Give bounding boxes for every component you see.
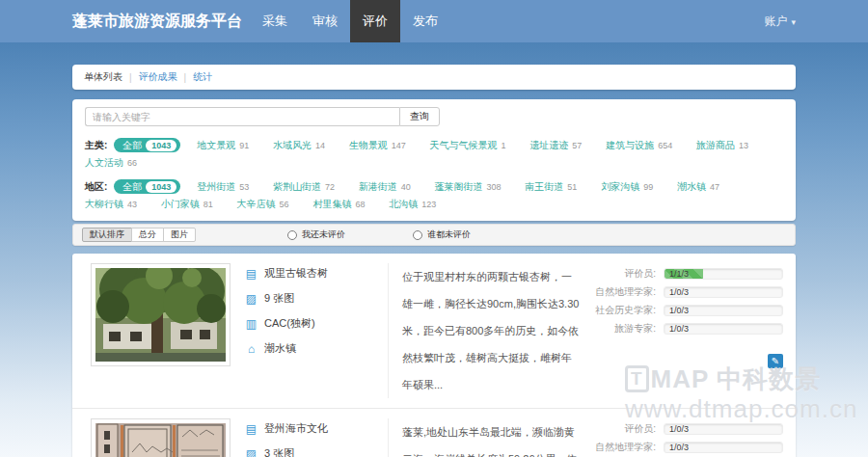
filter-chip[interactable]: 小门家镇81	[161, 196, 213, 213]
filter-chip[interactable]: 紫荆山街道72	[273, 178, 335, 196]
item-evaluations: 评价员: 1/0/3 自然地理学家: 1/0/3 社会历史学家: 1/0/3	[581, 418, 795, 457]
filter-chip[interactable]: 建筑与设施654	[606, 137, 672, 154]
filter-chip[interactable]: 登州街道53	[197, 178, 249, 196]
filter-all-pill[interactable]: 全部1043	[114, 179, 180, 194]
filter-chip-count: 68	[355, 200, 365, 209]
item-photo[interactable]	[91, 418, 231, 457]
item-photo-cell	[91, 263, 231, 398]
nav-item[interactable]: 评价	[350, 0, 400, 42]
filter-chip-name: 生物景观	[349, 140, 388, 150]
filter-chip[interactable]: 蓬莱阁街道308	[435, 178, 502, 196]
result-list: ▤观里古银杏树 ▨9 张图 ▥CAC(独树) ⌂潮水镇 位于观里村村东的两颗古银…	[72, 254, 796, 457]
filter-all-pill[interactable]: 全部1043	[114, 138, 180, 152]
filter-chip-name: 大柳行镇	[85, 199, 123, 209]
filter-chip-count: 123	[421, 200, 436, 209]
filter-chip-count: 1	[502, 141, 506, 150]
tab-link[interactable]: 统计	[193, 70, 212, 84]
item-photo[interactable]	[91, 263, 231, 366]
filter-chip-name: 村里集镇	[312, 199, 351, 209]
filter-chip-name: 地文景观	[197, 140, 235, 150]
filter-chip[interactable]: 村里集镇68	[312, 196, 365, 213]
tree-photo-graphic	[95, 268, 226, 362]
filter-chip-count: 13	[739, 141, 748, 150]
filter-chip[interactable]: 水域风光14	[273, 137, 325, 154]
filter-chip-name: 大辛店镇	[237, 199, 276, 209]
filter-chip-name: 遗址遗迹	[529, 140, 568, 150]
evaluator-label: 自然地理学家:	[581, 285, 656, 299]
nav-menu: 采集 审核 评价 发布	[250, 0, 450, 42]
sort-button-label: 图片	[171, 228, 188, 241]
top-navbar: 蓬莱市旅游资源服务平台 采集 审核 评价 发布 账户▾	[0, 0, 868, 42]
filter-chip[interactable]: 人文活动66	[85, 154, 137, 172]
radio-option[interactable]: 我还未评价	[287, 228, 345, 241]
item-photo-cell	[91, 418, 231, 457]
nav-item[interactable]: 采集	[250, 0, 300, 42]
edit-button[interactable]: ✎	[768, 354, 783, 368]
search-button[interactable]: 查询	[399, 107, 440, 126]
filter-chip-name: 潮水镇	[677, 181, 706, 192]
radio-icon[interactable]	[413, 230, 422, 240]
filter-chip[interactable]: 地文景观91	[197, 137, 249, 154]
filter-chip[interactable]: 潮水镇47	[677, 178, 719, 196]
account-label: 账户	[764, 14, 787, 28]
filter-chip[interactable]: 南王街道51	[525, 178, 577, 196]
progress-bar: 1/0/3	[664, 305, 783, 316]
filter-chip[interactable]: 大柳行镇43	[85, 196, 137, 213]
radio-label: 谁都未评价	[427, 228, 471, 241]
sort-button[interactable]: 默认排序	[82, 228, 132, 242]
filter-chip-count: 43	[127, 200, 137, 209]
filter-chip[interactable]: 新港街道40	[359, 178, 411, 196]
filter-chip-name: 水域风光	[273, 140, 312, 150]
filter-chip[interactable]: 遗址遗迹57	[529, 137, 582, 154]
filter-chip-name: 刘家沟镇	[601, 181, 639, 192]
home-icon: ⌂	[245, 342, 258, 356]
filter-chip-count: 53	[239, 182, 249, 192]
filter-chip[interactable]: 生物景观147	[349, 137, 406, 154]
filter-chip-name: 小门家镇	[161, 199, 200, 209]
sort-button[interactable]: 总分	[131, 228, 164, 242]
filter-chip-count: 81	[203, 200, 213, 209]
filter-chip[interactable]: 旅游商品13	[696, 137, 748, 154]
nav-item[interactable]: 审核	[300, 0, 350, 42]
sort-button-label: 总分	[139, 228, 156, 241]
tab-link[interactable]: 评价成果	[139, 70, 177, 84]
item-meta: ▤观里古银杏树 ▨9 张图 ▥CAC(独树) ⌂潮水镇	[231, 263, 388, 398]
filter-chip[interactable]: 大辛店镇56	[237, 196, 289, 213]
item-photos-line: ▨3 张图	[245, 446, 388, 457]
filter-all-count-badge: 1043	[146, 140, 176, 151]
brand-title[interactable]: 蓬莱市旅游资源服务平台	[72, 0, 242, 42]
item-description: 位于观里村村东的两颗古银杏树，一雄一雌，胸径长达90cm,胸围长达3.30米，距…	[388, 263, 581, 398]
sort-button[interactable]: 图片	[163, 228, 196, 242]
progress-bar: 1/0/3	[664, 286, 783, 298]
evaluation-row: 社会历史学家: 1/0/3	[581, 304, 783, 317]
region-filter: 地区:全部1043 登州街道53 紫荆山街道72 新港街道40 蓬莱阁街道308…	[85, 178, 783, 213]
filter-chip-count: 57	[572, 141, 582, 150]
filter-chip[interactable]: 北沟镇123	[389, 196, 436, 213]
sort-bar: 默认排序 总分 图片 我还未评价 谁都未评价	[72, 224, 796, 246]
filter-chip[interactable]: 刘家沟镇99	[601, 178, 653, 196]
progress-value: 1/1/3	[669, 269, 689, 280]
filter-chip-count: 51	[567, 182, 577, 192]
item-region-line: ⌂潮水镇	[245, 341, 388, 356]
item-meta: ▤登州海市文化 ▨3 张图 ▥HBB(文学艺术作品) ⌂蓬莱阁街道	[231, 418, 388, 457]
progress-value: 1/0/3	[669, 306, 689, 316]
filter-all-label: 全部	[122, 140, 142, 150]
radio-icon[interactable]	[287, 230, 297, 240]
main-category-filter: 主类:全部1043 地文景观91 水域风光14 生物景观147 天气与气候景观1…	[85, 137, 783, 172]
filter-chip-count: 40	[401, 182, 411, 192]
filter-chip-count: 308	[487, 182, 502, 192]
radio-option[interactable]: 谁都未评价	[413, 228, 471, 241]
filter-chip[interactable]: 天气与气候景观1	[430, 137, 506, 154]
filter-chip-count: 91	[239, 141, 249, 150]
filter-chip-name: 人文活动	[85, 157, 123, 168]
search-input[interactable]	[85, 107, 399, 126]
nav-item[interactable]: 发布	[400, 0, 450, 42]
ancient-book-photo-graphic	[95, 423, 226, 457]
filter-radio-group: 我还未评价 谁都未评价	[196, 228, 471, 241]
filter-chip-name: 北沟镇	[389, 199, 418, 209]
evaluation-row: 评价员: 1/0/3	[581, 422, 783, 436]
nav-spacer	[450, 0, 764, 42]
account-menu[interactable]: 账户▾	[764, 0, 796, 42]
tab-link[interactable]: 单体列表	[84, 70, 122, 84]
filter-chip-name: 蓬莱阁街道	[435, 181, 483, 192]
